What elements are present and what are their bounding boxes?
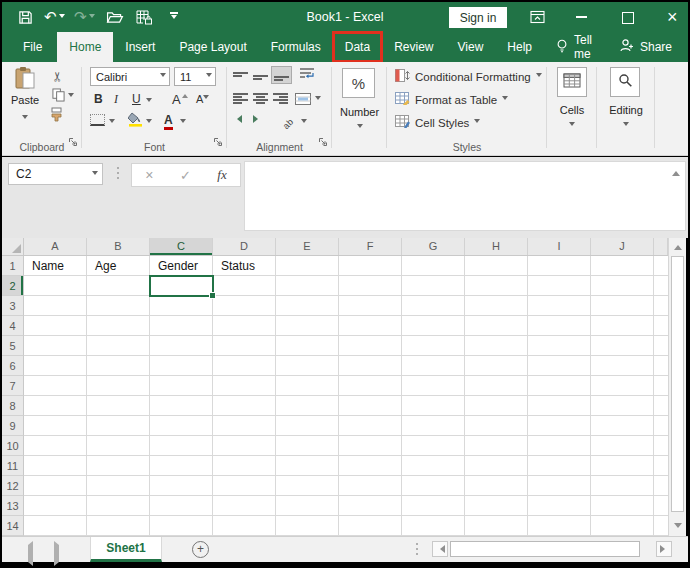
merge-center-icon[interactable] — [295, 91, 311, 109]
row-header-11[interactable]: 11 — [2, 456, 24, 476]
center-icon[interactable] — [253, 91, 268, 109]
italic-button[interactable]: I — [114, 92, 118, 107]
tab-insert[interactable]: Insert — [113, 32, 167, 62]
share-button[interactable]: Share — [607, 32, 684, 62]
row-header-14[interactable]: 14 — [2, 516, 24, 536]
cell-A1[interactable]: Name — [28, 256, 64, 276]
row-header-1[interactable]: 1 — [2, 256, 24, 276]
align-right-icon[interactable] — [273, 91, 288, 109]
cells-area[interactable]: NameAgeGenderStatus — [24, 256, 668, 536]
fill-color-dropdown[interactable] — [146, 119, 152, 126]
copy-icon[interactable] — [52, 88, 65, 106]
row-header-2[interactable]: 2 — [2, 276, 24, 296]
orientation-icon[interactable]: ab — [283, 113, 293, 131]
open-file-icon[interactable] — [106, 11, 124, 24]
underline-dropdown[interactable] — [146, 98, 152, 105]
select-all-button[interactable] — [2, 238, 24, 255]
enter-icon[interactable] — [180, 168, 191, 183]
row-header-13[interactable]: 13 — [2, 496, 24, 516]
cells-group-label[interactable]: Cells — [547, 104, 597, 116]
column-header-F[interactable]: F — [339, 238, 402, 255]
name-box[interactable]: C2 — [8, 163, 103, 185]
font-dialog-launcher[interactable] — [213, 133, 223, 151]
cancel-icon[interactable] — [145, 167, 153, 183]
tab-file[interactable]: File — [8, 32, 57, 62]
row-header-5[interactable]: 5 — [2, 336, 24, 356]
copy-dropdown[interactable] — [68, 93, 74, 100]
column-header-partial[interactable] — [654, 238, 668, 255]
format-as-table-button[interactable]: Format as Table — [391, 89, 508, 110]
middle-align-icon[interactable] — [253, 69, 268, 87]
percent-style-button[interactable]: % — [342, 68, 375, 98]
top-align-icon[interactable] — [233, 69, 248, 87]
maximize-button[interactable] — [622, 12, 634, 24]
font-color-dropdown[interactable] — [180, 119, 186, 126]
format-painter-icon[interactable] — [50, 107, 63, 126]
scroll-right-icon[interactable] — [656, 541, 672, 557]
bold-button[interactable]: B — [94, 92, 103, 106]
minimize-button[interactable] — [576, 16, 587, 18]
tab-page-layout[interactable]: Page Layout — [167, 32, 258, 62]
column-header-E[interactable]: E — [276, 238, 339, 255]
ribbon-display-options-icon[interactable] — [530, 10, 545, 24]
clipboard-dialog-launcher[interactable] — [68, 133, 78, 151]
tell-me-button[interactable]: Tell me — [544, 32, 607, 62]
row-header-12[interactable]: 12 — [2, 476, 24, 496]
next-sheet-icon[interactable] — [54, 545, 63, 563]
vertical-scrollbar-thumb[interactable] — [671, 256, 684, 512]
column-header-B[interactable]: B — [87, 238, 150, 255]
alignment-dialog-launcher[interactable] — [318, 133, 328, 151]
borders-icon[interactable] — [90, 114, 105, 126]
column-header-H[interactable]: H — [465, 238, 528, 255]
column-header-A[interactable]: A — [24, 238, 87, 255]
row-header-6[interactable]: 6 — [2, 356, 24, 376]
vertical-scrollbar[interactable] — [668, 238, 686, 536]
tab-data[interactable]: Data — [333, 32, 382, 62]
row-header-10[interactable]: 10 — [2, 436, 24, 456]
previous-sheet-icon[interactable] — [24, 545, 33, 563]
row-header-9[interactable]: 9 — [2, 416, 24, 436]
tab-review[interactable]: Review — [382, 32, 445, 62]
cells-dropdown[interactable] — [569, 122, 575, 129]
column-header-I[interactable]: I — [528, 238, 591, 255]
paste-button[interactable]: Paste — [6, 66, 44, 127]
sheet-tab-sheet1[interactable]: Sheet1 — [90, 537, 162, 562]
column-header-C[interactable]: C — [150, 238, 213, 255]
wrap-text-icon[interactable] — [299, 67, 316, 85]
tab-formulas[interactable]: Formulas — [259, 32, 333, 62]
tab-view[interactable]: View — [446, 32, 496, 62]
cell-C1[interactable]: Gender — [154, 256, 198, 276]
column-header-D[interactable]: D — [213, 238, 276, 255]
align-left-icon[interactable] — [233, 91, 248, 109]
redo-button[interactable] — [74, 9, 95, 25]
editing-group-label[interactable]: Editing — [597, 104, 655, 116]
scroll-left-icon[interactable] — [432, 541, 448, 557]
column-header-G[interactable]: G — [402, 238, 465, 255]
new-sheet-button[interactable]: + — [192, 541, 209, 558]
cut-icon[interactable] — [50, 71, 65, 82]
font-name-select[interactable]: Calibri — [90, 67, 170, 86]
insert-function-icon[interactable]: fx — [217, 167, 226, 183]
editing-dropdown[interactable] — [623, 122, 629, 129]
undo-button[interactable] — [44, 9, 65, 25]
borders-dropdown[interactable] — [109, 119, 115, 126]
name-box-dropdown[interactable] — [92, 171, 98, 178]
scroll-up-icon[interactable] — [669, 241, 686, 250]
horizontal-scrollbar-thumb[interactable] — [450, 541, 640, 557]
scroll-down-icon[interactable] — [669, 523, 686, 532]
font-size-select[interactable]: 11 — [174, 67, 216, 86]
increase-font-button[interactable]: A — [172, 91, 188, 107]
bottom-align-icon[interactable] — [272, 67, 291, 83]
number-group-label[interactable]: Number — [332, 106, 387, 118]
row-header-4[interactable]: 4 — [2, 316, 24, 336]
cell-styles-button[interactable]: Cell Styles — [391, 112, 480, 133]
row-header-3[interactable]: 3 — [2, 296, 24, 316]
fill-handle[interactable] — [209, 292, 216, 299]
fill-color-icon[interactable] — [128, 112, 143, 131]
cell-D1[interactable]: Status — [217, 256, 255, 276]
formula-input[interactable] — [244, 161, 686, 231]
number-dropdown[interactable] — [357, 124, 363, 131]
sign-in-button[interactable]: Sign in — [449, 7, 507, 28]
tab-home[interactable]: Home — [57, 32, 113, 62]
sheet-lock-icon[interactable] — [136, 10, 152, 25]
